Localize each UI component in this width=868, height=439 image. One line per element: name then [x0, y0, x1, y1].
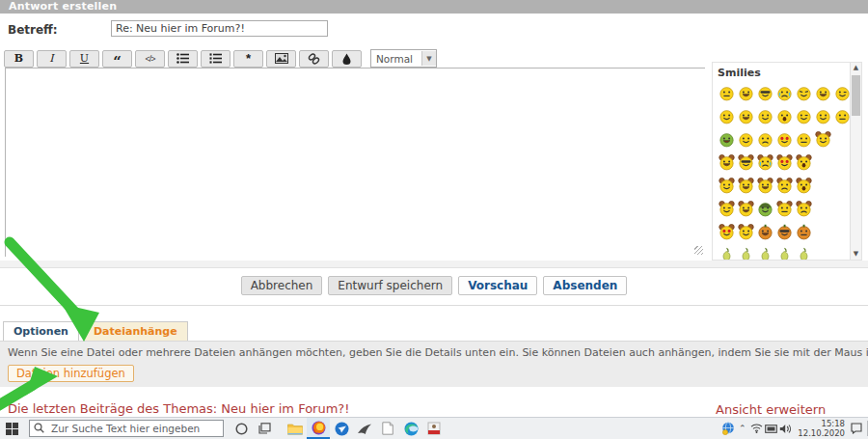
smiley-pear[interactable]: [774, 247, 794, 261]
taskbar-firefox-button[interactable]: [307, 418, 330, 439]
smiley-cool[interactable]: [755, 85, 774, 101]
bold-button[interactable]: B: [4, 50, 34, 68]
flood-button[interactable]: [332, 50, 362, 68]
tab-options[interactable]: Optionen: [3, 321, 79, 342]
add-files-button[interactable]: Dateien hinzufügen: [8, 365, 134, 382]
smiley-smile[interactable]: [755, 108, 774, 124]
smiley-row: [717, 174, 861, 197]
smiley-wink[interactable]: [832, 85, 852, 101]
thunderbird-icon: [335, 422, 349, 436]
tray-security-app-button[interactable]: [720, 418, 735, 439]
display-icon: [765, 425, 777, 433]
taskbar-clock[interactable]: 15:18 12.10.2020: [798, 419, 845, 438]
image-icon: [275, 53, 288, 64]
smiley-ears-love[interactable]: [774, 154, 794, 171]
action-center-button[interactable]: [849, 418, 863, 439]
submit-button[interactable]: Absenden: [543, 276, 627, 295]
smiley-pear[interactable]: [755, 247, 774, 261]
smiley-ears-grin[interactable]: [717, 154, 736, 171]
task-view-icon: [258, 423, 271, 434]
smiley-pear[interactable]: [717, 247, 736, 261]
taskbar-edge-button[interactable]: [399, 418, 422, 439]
globe-shield-icon: [721, 422, 735, 435]
taskbar-bird-app-button[interactable]: [353, 418, 376, 439]
task-view-button[interactable]: [253, 418, 276, 439]
scroll-up-icon[interactable]: ▲: [851, 63, 861, 73]
smiley-angry[interactable]: [794, 85, 813, 101]
smiley-green-grin[interactable]: [717, 131, 736, 148]
smiley-ears-shocked[interactable]: [794, 178, 813, 194]
smiley-cry[interactable]: [774, 85, 794, 101]
smiley-ears-shocked[interactable]: [794, 154, 813, 171]
display-settings-button[interactable]: [764, 418, 778, 439]
insert-link-button[interactable]: [299, 50, 329, 68]
smiley-pumpkin-grin[interactable]: [755, 224, 774, 240]
unordered-list-button[interactable]: [168, 50, 198, 68]
smiley-grin[interactable]: [736, 85, 755, 101]
smiley-ears-cry[interactable]: [755, 154, 774, 171]
cortana-button[interactable]: [230, 418, 253, 439]
network-button[interactable]: [749, 418, 764, 439]
taskbar-document-app-button[interactable]: [376, 418, 399, 439]
smiley-shocked[interactable]: [774, 108, 794, 124]
code-button[interactable]: </>: [135, 50, 165, 68]
tray-expand-button[interactable]: ⌃: [735, 418, 749, 439]
system-tray: ⌃ 15:18 12.10.2020: [720, 418, 868, 439]
smiley-rolleyes[interactable]: [717, 85, 736, 101]
smiley-smile[interactable]: [717, 108, 736, 124]
taskbar-explorer-button[interactable]: [284, 418, 307, 439]
taskbar-search-input[interactable]: [29, 420, 224, 437]
taskbar-installer-app-button[interactable]: [422, 418, 446, 439]
smiley-ears-huh[interactable]: [774, 201, 794, 217]
underline-button[interactable]: U: [69, 50, 99, 68]
smiley-ears-sad[interactable]: [794, 201, 813, 217]
message-editor[interactable]: [6, 69, 708, 260]
smiley-sad[interactable]: [755, 131, 774, 148]
smiley-pumpkin-cool[interactable]: [774, 224, 794, 240]
smiley-ears-smile[interactable]: [717, 178, 736, 194]
smiley-pear[interactable]: [794, 247, 813, 261]
smiley-love[interactable]: [774, 131, 794, 148]
smiley-ears-sad[interactable]: [774, 178, 794, 194]
quote-button[interactable]: “: [102, 50, 132, 68]
volume-button[interactable]: [778, 418, 793, 439]
smiley-ears-smile[interactable]: [813, 131, 832, 148]
smiley-huh[interactable]: [832, 108, 852, 124]
smiley-ears-wink[interactable]: [717, 201, 736, 217]
smiley-ears-grin[interactable]: [755, 178, 774, 194]
smiley-pumpkin-huh[interactable]: [794, 224, 813, 240]
smiley-green-army[interactable]: [755, 201, 774, 217]
italic-button[interactable]: I: [37, 50, 67, 68]
taskbar-thunderbird-button[interactable]: [330, 418, 353, 439]
format-select[interactable]: Normal ▼: [370, 49, 437, 68]
scroll-down-icon[interactable]: ▼: [851, 249, 861, 260]
smiley-ears-cool[interactable]: [736, 154, 755, 171]
post-option-tabs: Optionen Dateianhänge: [3, 321, 188, 342]
save-draft-button[interactable]: Entwurf speichern: [328, 276, 452, 295]
smiley-cheesy[interactable]: [736, 108, 755, 124]
smiley-wink[interactable]: [794, 108, 813, 124]
tab-attachments[interactable]: Dateianhänge: [83, 321, 188, 342]
smilies-scrollbar[interactable]: ▲ ▼: [850, 63, 861, 260]
preview-button[interactable]: Vorschau: [458, 276, 537, 295]
smiley-ears-grin[interactable]: [736, 201, 755, 217]
underline-icon: U: [80, 52, 89, 65]
cancel-button[interactable]: Abbrechen: [241, 276, 323, 295]
start-button[interactable]: [0, 418, 23, 439]
scroll-thumb[interactable]: [852, 75, 860, 116]
smiley-laugh[interactable]: [813, 85, 832, 101]
resize-grip[interactable]: [694, 246, 703, 255]
smiley-smile[interactable]: [813, 108, 832, 124]
horizontal-rule-button[interactable]: *: [233, 50, 263, 68]
smiley-ears-smile[interactable]: [736, 224, 755, 240]
subject-input[interactable]: [111, 20, 328, 37]
expand-view-link[interactable]: Ansicht erweitern: [716, 402, 826, 417]
smiley-pear[interactable]: [736, 247, 755, 261]
smiley-undecided[interactable]: [794, 131, 813, 148]
smiley-ears-love[interactable]: [717, 224, 736, 240]
smiley-ears-cheesy[interactable]: [736, 178, 755, 194]
ordered-list-icon: [209, 53, 222, 64]
ordered-list-button[interactable]: [201, 50, 231, 68]
insert-image-button[interactable]: [266, 50, 296, 68]
smiley-smile[interactable]: [736, 131, 755, 148]
